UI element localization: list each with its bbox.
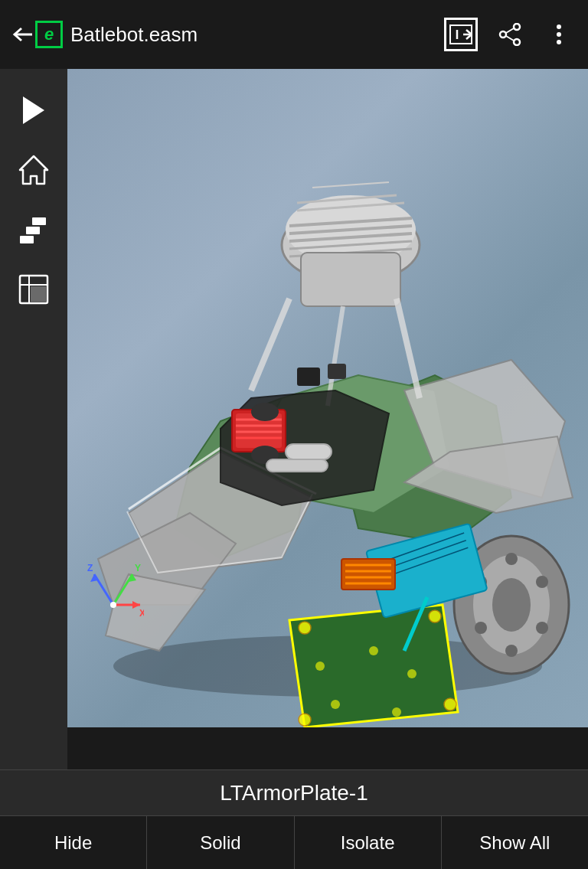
header: e Batlebot.easm xyxy=(0,0,588,69)
svg-point-4 xyxy=(514,24,520,30)
svg-point-5 xyxy=(500,31,506,38)
show-all-button[interactable]: Show All xyxy=(442,816,588,869)
easm-logo: e xyxy=(35,21,63,48)
svg-point-73 xyxy=(392,707,401,717)
action-buttons: Hide Solid Isolate Show All xyxy=(0,815,588,869)
svg-point-72 xyxy=(331,700,340,709)
svg-point-24 xyxy=(492,578,531,632)
svg-rect-84 xyxy=(297,368,320,386)
svg-rect-62 xyxy=(286,444,332,459)
component-name-bar: LTArmorPlate-1 xyxy=(0,769,588,815)
sidebar xyxy=(0,69,67,869)
sidebar-play-button[interactable] xyxy=(8,84,60,136)
sidebar-steps-button[interactable] xyxy=(8,204,60,256)
svg-marker-12 xyxy=(23,96,44,124)
svg-text:Z: Z xyxy=(87,563,93,573)
bottom-panel: LTArmorPlate-1 Hide Solid Isolate Show A… xyxy=(0,769,588,869)
robot-model xyxy=(67,69,588,727)
svg-point-67 xyxy=(444,698,456,711)
sidebar-box-button[interactable] xyxy=(8,263,60,315)
svg-point-30 xyxy=(536,622,548,634)
svg-point-95 xyxy=(110,602,116,608)
svg-text:Y: Y xyxy=(135,563,141,573)
share-button[interactable] xyxy=(493,18,527,51)
svg-point-60 xyxy=(251,403,279,421)
svg-point-69 xyxy=(315,662,325,671)
exit-button[interactable] xyxy=(444,18,478,51)
svg-line-8 xyxy=(506,36,514,41)
svg-point-68 xyxy=(299,714,311,726)
svg-rect-63 xyxy=(266,459,328,472)
svg-rect-85 xyxy=(328,364,346,379)
svg-point-10 xyxy=(557,32,561,37)
svg-point-26 xyxy=(505,645,518,657)
svg-rect-78 xyxy=(341,559,395,590)
svg-point-29 xyxy=(475,622,487,634)
svg-marker-64 xyxy=(289,605,458,727)
header-left: e Batlebot.easm xyxy=(12,21,444,48)
svg-line-89 xyxy=(113,574,132,605)
header-right xyxy=(444,18,576,51)
app-title: Batlebot.easm xyxy=(70,23,198,47)
svg-line-7 xyxy=(506,28,514,33)
more-options-button[interactable] xyxy=(542,18,576,51)
svg-rect-16 xyxy=(20,236,34,243)
svg-rect-14 xyxy=(32,217,46,225)
svg-rect-20 xyxy=(31,286,46,302)
coordinate-axes: Z Y X xyxy=(83,559,144,620)
svg-rect-49 xyxy=(301,253,400,306)
svg-point-71 xyxy=(407,669,416,678)
svg-point-9 xyxy=(557,25,561,29)
component-name-label: LTArmorPlate-1 xyxy=(220,781,368,805)
svg-point-25 xyxy=(505,553,518,565)
svg-line-48 xyxy=(312,182,389,188)
svg-point-6 xyxy=(514,39,520,45)
back-button[interactable]: e xyxy=(12,21,63,48)
sidebar-home-button[interactable] xyxy=(8,144,60,196)
viewport[interactable]: Z Y X xyxy=(67,69,588,727)
solid-button[interactable]: Solid xyxy=(147,816,294,869)
svg-point-70 xyxy=(369,646,378,655)
svg-point-28 xyxy=(536,576,548,588)
svg-text:X: X xyxy=(139,608,144,619)
svg-line-50 xyxy=(251,299,289,390)
svg-point-66 xyxy=(429,610,441,622)
svg-point-65 xyxy=(299,622,311,634)
hide-button[interactable]: Hide xyxy=(0,816,147,869)
svg-point-11 xyxy=(557,40,561,44)
isolate-button[interactable]: Isolate xyxy=(295,816,442,869)
svg-rect-15 xyxy=(26,227,40,234)
arrow-left-icon xyxy=(12,24,34,45)
svg-marker-13 xyxy=(20,156,47,184)
